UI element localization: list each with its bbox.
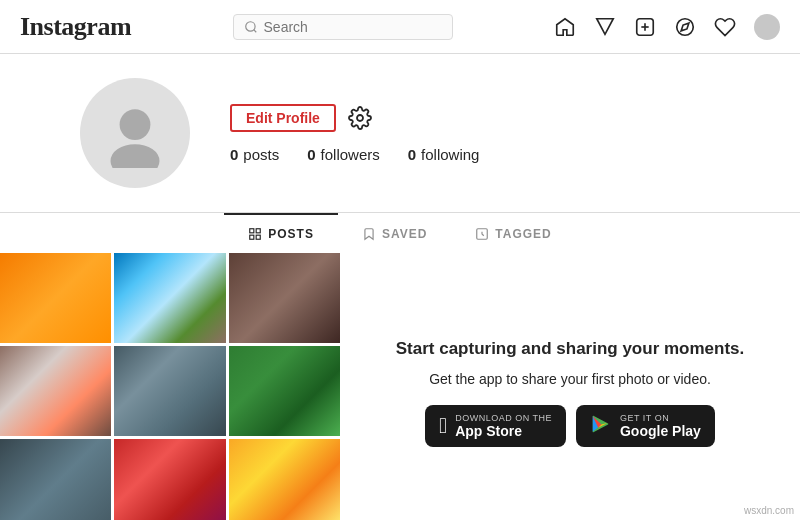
profile-top: Edit Profile [230, 104, 479, 132]
logo[interactable]: Instagram [20, 12, 131, 42]
activity-icon[interactable] [594, 16, 616, 38]
grid-cell-9[interactable] [229, 439, 340, 520]
grid-cell-8[interactable] [114, 439, 225, 520]
cta-subtitle: Get the app to share your first photo or… [429, 371, 711, 387]
cta-title: Start capturing and sharing your moments… [396, 339, 745, 359]
saved-bookmark-icon [362, 227, 376, 241]
grid-cell-7[interactable] [0, 439, 111, 520]
download-on-label: Download on the [455, 413, 552, 423]
svg-line-1 [253, 29, 256, 32]
settings-icon[interactable] [348, 106, 372, 130]
posts-tab-label: POSTS [268, 227, 314, 241]
user-avatar-small[interactable] [754, 14, 780, 40]
saved-tab-label: SAVED [382, 227, 427, 241]
profile-section: Edit Profile 0 posts 0 followers 0 follo… [0, 54, 800, 208]
profile-avatar[interactable] [80, 78, 190, 188]
google-play-label: Google Play [620, 423, 701, 439]
posts-grid-icon [248, 227, 262, 241]
right-panel: Start capturing and sharing your moments… [340, 253, 800, 520]
add-icon[interactable] [634, 16, 656, 38]
svg-point-0 [245, 21, 254, 30]
google-play-text: GET IT ON Google Play [620, 413, 701, 439]
grid-cell-4[interactable] [0, 346, 111, 436]
following-count: 0 [408, 146, 416, 163]
app-store-text: Download on the App Store [455, 413, 552, 439]
search-icon [244, 20, 258, 34]
explore-icon[interactable] [674, 16, 696, 38]
grid-cell-2[interactable] [114, 253, 225, 343]
tagged-tab-label: TAGGED [495, 227, 551, 241]
svg-point-10 [357, 115, 363, 121]
posts-stat: 0 posts [230, 146, 279, 163]
google-play-icon [590, 413, 612, 439]
svg-rect-13 [250, 235, 254, 239]
tabs-section: POSTS SAVED TAGGED [0, 212, 800, 253]
followers-count: 0 [307, 146, 315, 163]
svg-point-9 [111, 144, 160, 168]
grid-cell-5[interactable] [114, 346, 225, 436]
apple-icon:  [439, 415, 447, 437]
photo-grid [0, 253, 340, 520]
search-bar [233, 14, 453, 40]
app-store-label: App Store [455, 423, 552, 439]
tagged-person-icon [475, 227, 489, 241]
main-content: Start capturing and sharing your moments… [0, 253, 800, 520]
google-play-button[interactable]: GET IT ON Google Play [576, 405, 715, 447]
avatar-placeholder-icon [100, 98, 170, 168]
followers-stat: 0 followers [307, 146, 380, 163]
watermark: wsxdn.com [744, 505, 794, 516]
svg-marker-7 [681, 23, 689, 31]
header: Instagram [0, 0, 800, 54]
svg-marker-2 [597, 18, 614, 34]
heart-icon[interactable] [714, 16, 736, 38]
store-buttons:  Download on the App Store GET IT ON [425, 405, 715, 447]
posts-label: posts [243, 146, 279, 163]
grid-cell-6[interactable] [229, 346, 340, 436]
svg-rect-14 [256, 235, 260, 239]
svg-point-8 [120, 109, 151, 140]
profile-stats: 0 posts 0 followers 0 following [230, 146, 479, 163]
grid-cell-3[interactable] [229, 253, 340, 343]
followers-label: followers [321, 146, 380, 163]
svg-point-6 [677, 18, 694, 35]
app-store-button[interactable]:  Download on the App Store [425, 405, 566, 447]
search-input[interactable] [264, 19, 442, 35]
svg-rect-12 [256, 229, 260, 233]
grid-cell-1[interactable] [0, 253, 111, 343]
tab-posts[interactable]: POSTS [224, 213, 338, 253]
posts-count: 0 [230, 146, 238, 163]
get-it-on-label: GET IT ON [620, 413, 701, 423]
edit-profile-button[interactable]: Edit Profile [230, 104, 336, 132]
following-label: following [421, 146, 479, 163]
header-icons [554, 14, 780, 40]
home-icon[interactable] [554, 16, 576, 38]
profile-info: Edit Profile 0 posts 0 followers 0 follo… [230, 104, 479, 163]
tab-tagged[interactable]: TAGGED [451, 213, 575, 253]
tab-saved[interactable]: SAVED [338, 213, 451, 253]
svg-rect-11 [250, 229, 254, 233]
following-stat: 0 following [408, 146, 480, 163]
